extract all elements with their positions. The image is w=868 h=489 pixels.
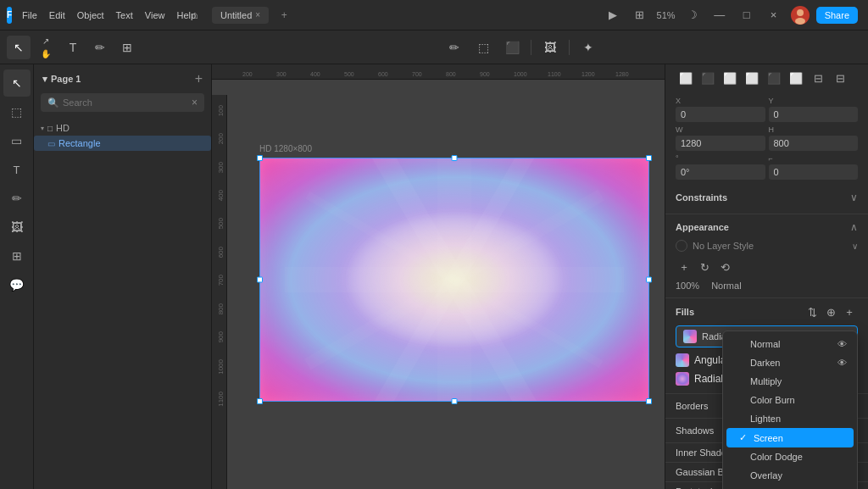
- handle-br[interactable]: [646, 398, 652, 404]
- blend-normal[interactable]: Normal 👁: [723, 335, 857, 353]
- boolean-tool[interactable]: ⬛: [500, 36, 524, 59]
- blend-soft-light[interactable]: Soft Light: [723, 485, 857, 489]
- w-label: W: [676, 125, 765, 134]
- maximize-icon[interactable]: □: [737, 5, 757, 25]
- blend-color-burn[interactable]: Color Burn: [723, 391, 857, 409]
- align-left-icon[interactable]: ⬜: [676, 68, 696, 88]
- text-tool[interactable]: T: [61, 36, 85, 59]
- normal-eye[interactable]: 👁: [837, 339, 847, 349]
- layer-group-hd[interactable]: ▾ □ HD: [34, 120, 211, 136]
- current-tab[interactable]: Untitled ×: [212, 7, 269, 24]
- layer-item-rectangle[interactable]: ▭ Rectangle: [34, 136, 211, 151]
- comment-tool-sidebar[interactable]: 💬: [3, 271, 31, 298]
- align-bottom-icon[interactable]: ⬜: [786, 68, 806, 88]
- style-unlink-icon[interactable]: ⟲: [716, 258, 733, 275]
- handle-bl[interactable]: [257, 398, 263, 404]
- align-distribute-v-icon[interactable]: ⊟: [808, 68, 828, 88]
- opacity-value[interactable]: 100%: [676, 281, 699, 291]
- handle-tc[interactable]: [452, 155, 458, 161]
- style-add-icon[interactable]: +: [676, 258, 693, 275]
- style-refresh-icon[interactable]: ↻: [696, 258, 713, 275]
- appearance-toggle[interactable]: ∧: [850, 221, 858, 233]
- blend-overlay[interactable]: Overlay: [723, 466, 857, 485]
- selected-frame[interactable]: [259, 158, 649, 402]
- align-center-v-icon[interactable]: ⬛: [764, 68, 784, 88]
- hand-tool[interactable]: ✋: [34, 48, 58, 59]
- text-tool-sidebar[interactable]: T: [3, 156, 31, 183]
- fills-sort-icon[interactable]: ⇅: [804, 303, 821, 320]
- blend-mode-dropdown: Normal 👁 Darken 👁 Multiply Color Burn: [722, 331, 858, 489]
- rect-tool-sidebar[interactable]: ▭: [3, 127, 31, 154]
- blend-color-dodge[interactable]: Color Dodge: [723, 447, 857, 466]
- fills-actions: ⇅ ⊕ +: [804, 303, 858, 320]
- handle-mr[interactable]: [646, 276, 652, 282]
- pen-tool[interactable]: ✏: [88, 36, 112, 59]
- star-tool[interactable]: ✦: [576, 36, 600, 59]
- group-chevron: ▾: [41, 125, 44, 132]
- tab-add-button[interactable]: +: [275, 7, 292, 24]
- pencil-icon[interactable]: ✏: [442, 36, 466, 59]
- menu-edit[interactable]: Edit: [44, 8, 70, 22]
- share-button[interactable]: Share: [816, 7, 858, 24]
- grid-tool-sidebar[interactable]: ⊞: [3, 242, 31, 270]
- image-tool[interactable]: 🖼: [538, 36, 562, 59]
- frame-tool-sidebar[interactable]: ⬚: [3, 98, 31, 125]
- handle-bc[interactable]: [452, 398, 458, 404]
- component-tool[interactable]: ⊞: [115, 36, 139, 59]
- align-center-h-icon[interactable]: ⬛: [698, 68, 718, 88]
- blend-multiply[interactable]: Multiply: [723, 372, 857, 391]
- layer-style-row: No Layer Style ∨: [676, 240, 858, 252]
- darken-eye[interactable]: 👁: [837, 358, 847, 368]
- file-label: HD: [56, 123, 70, 133]
- cursor-tool[interactable]: ↖: [3, 69, 31, 97]
- tab-close-icon[interactable]: ×: [255, 10, 260, 19]
- handle-ml[interactable]: [257, 276, 263, 282]
- x-input[interactable]: [676, 107, 765, 122]
- frame-tool[interactable]: ⬚: [471, 36, 495, 59]
- play-icon[interactable]: ▶: [603, 5, 623, 25]
- minimize-icon[interactable]: —: [709, 5, 730, 25]
- y-input[interactable]: [769, 107, 859, 122]
- close-icon[interactable]: ×: [764, 5, 784, 25]
- pen-tool-sidebar[interactable]: ✏: [3, 185, 31, 212]
- add-page-button[interactable]: +: [195, 71, 203, 86]
- blend-mode-label[interactable]: Normal: [711, 281, 741, 291]
- r-input[interactable]: [676, 164, 765, 180]
- search-clear-icon[interactable]: ×: [192, 97, 198, 108]
- align-distribute-h-icon[interactable]: ⊟: [830, 68, 850, 88]
- constraints-toggle[interactable]: ∨: [850, 192, 858, 203]
- menu-file[interactable]: File: [17, 8, 42, 22]
- image-tool-sidebar[interactable]: 🖼: [3, 214, 31, 241]
- fills-add-icon[interactable]: +: [841, 303, 858, 320]
- layer-style-arrow[interactable]: ∨: [852, 242, 858, 251]
- move-tool[interactable]: ↖: [7, 36, 31, 59]
- blend-screen[interactable]: ✓ Screen: [726, 428, 854, 447]
- toolbar-center: ✏ ⬚ ⬛ 🖼 ✦: [188, 36, 854, 59]
- moon-icon[interactable]: ☽: [682, 5, 703, 25]
- avatar[interactable]: [791, 6, 810, 25]
- align-right-icon[interactable]: ⬜: [720, 68, 740, 88]
- scale-tool[interactable]: ↗: [34, 36, 58, 47]
- handle-tl[interactable]: [257, 155, 263, 161]
- home-icon[interactable]: ⌂: [185, 5, 205, 25]
- blend-lighten[interactable]: Lighten: [723, 409, 857, 428]
- grid-icon[interactable]: ⊞: [630, 5, 650, 25]
- corner-input[interactable]: [769, 164, 859, 180]
- menu-view[interactable]: View: [140, 8, 170, 22]
- search-input[interactable]: [63, 97, 188, 108]
- fill-color-swatch[interactable]: [683, 330, 697, 343]
- blend-darken[interactable]: Darken 👁: [723, 353, 857, 372]
- h-input[interactable]: [769, 136, 859, 151]
- rect-icon: ▭: [47, 139, 55, 148]
- menu-text[interactable]: Text: [111, 8, 138, 22]
- top-bar-left: F File Edit Object Text View Help: [0, 7, 178, 24]
- app-icon[interactable]: F: [7, 7, 12, 24]
- align-top-icon[interactable]: ⬜: [742, 68, 762, 88]
- handle-tr[interactable]: [646, 155, 652, 161]
- fills-copy-icon[interactable]: ⊕: [822, 303, 839, 320]
- sep2: [569, 40, 570, 55]
- svg-point-0: [797, 9, 804, 16]
- right-panel: ⬜ ⬛ ⬜ ⬜ ⬛ ⬜ ⊟ ⊟ X Y W H: [665, 64, 868, 489]
- menu-object[interactable]: Object: [72, 8, 109, 22]
- w-input[interactable]: [676, 136, 765, 151]
